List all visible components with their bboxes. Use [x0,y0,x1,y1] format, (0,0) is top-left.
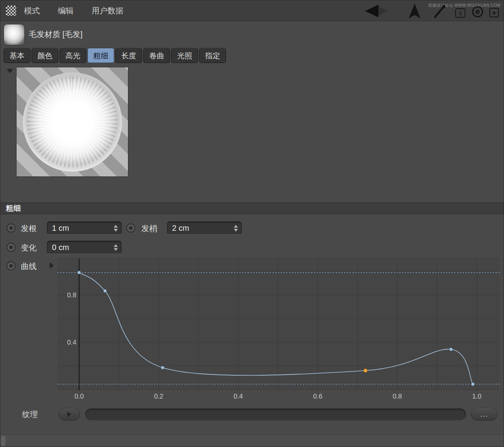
root-label: 发根 [21,221,37,236]
texture-path-field[interactable] [85,408,466,420]
animation-dot-variation[interactable] [6,243,16,252]
animation-dot-tip[interactable] [126,223,135,233]
menu-mode[interactable]: 模式 [24,6,40,16]
curve-point[interactable] [471,382,475,386]
texture-label: 纹理 [22,408,38,421]
menu-bar: 模式 编辑 用户数据 思缘设计论坛 WWW.MISSYUAN.COM 1 + [0,0,504,21]
menu-edit[interactable]: 编辑 [58,6,74,16]
svg-text:0.4: 0.4 [233,393,243,400]
preview-collapse-icon[interactable] [7,69,13,73]
tab-basic[interactable]: 基本 [4,48,30,63]
curve-expander-icon[interactable] [50,262,54,269]
svg-text:1.0: 1.0 [472,393,482,400]
curve-point[interactable] [78,271,81,275]
section-title: 粗细 [6,204,21,212]
footer-strip [0,434,504,447]
animation-dot-root[interactable] [6,223,16,233]
pick-tool-icon[interactable] [432,4,448,19]
curve-point[interactable] [161,366,165,369]
triangle-right-icon [67,412,71,417]
animation-dot-curve[interactable] [6,261,16,271]
frame-badge: 1 [459,10,461,16]
curve-point[interactable] [449,348,453,351]
menu-user-data[interactable]: 用户数据 [92,6,123,16]
curve-chart[interactable]: 0.00.20.40.60.81.00.80.4 [0,254,504,404]
curve-label: 曲线 [21,259,37,274]
tab-thickness[interactable]: 粗细 [87,48,114,63]
texture-browse-button[interactable]: ... [471,408,497,421]
tab-illumination[interactable]: 光照 [171,48,198,63]
tab-curl[interactable]: 卷曲 [143,48,170,63]
variation-stepper-icon[interactable] [114,244,118,251]
tip-label: 发梢 [141,221,157,236]
scrollbar-thumb[interactable] [1,436,6,446]
history-forward-icon[interactable] [378,6,389,16]
material-title: 毛发材质 [毛发] [29,24,83,45]
tip-input[interactable]: 2 cm [167,221,242,235]
hair-ball-preview [23,72,122,172]
texture-expand-button[interactable] [59,408,80,421]
tab-specular[interactable]: 高光 [59,48,86,63]
section-header: 粗细 [0,202,504,214]
tab-assign[interactable]: 指定 [199,48,226,63]
frame-icon[interactable]: 1 [455,8,465,18]
svg-text:0.0: 0.0 [74,393,84,400]
curve-point-selected[interactable] [363,369,367,373]
target-rings-icon[interactable] [472,6,483,17]
curve-point[interactable] [103,289,107,293]
material-preview-thumbnail[interactable] [4,24,25,45]
tab-color[interactable]: 颜色 [32,48,58,63]
material-editor-window: 模式 编辑 用户数据 思缘设计论坛 WWW.MISSYUAN.COM 1 + 毛… [0,0,504,447]
svg-text:0.2: 0.2 [154,393,163,400]
svg-text:0.4: 0.4 [67,339,76,346]
tab-bar: 基本 颜色 高光 粗细 长度 卷曲 光照 指定 [4,48,226,63]
svg-text:0.6: 0.6 [313,393,322,400]
menu-items: 模式 编辑 用户数据 [24,0,123,21]
root-stepper-icon[interactable] [114,225,118,232]
material-checker-icon[interactable] [6,6,16,16]
tip-value: 2 cm [167,224,234,233]
variation-label: 变化 [21,240,37,255]
svg-text:0.8: 0.8 [67,291,76,299]
tip-stepper-icon[interactable] [234,225,238,232]
add-icon[interactable]: + [489,8,499,17]
variation-input[interactable]: 0 cm [47,241,122,254]
arrow-up-cursor-icon[interactable] [407,3,422,20]
svg-text:0.8: 0.8 [393,393,402,400]
root-value: 1 cm [47,224,114,233]
texture-preview[interactable] [16,67,128,177]
root-input[interactable]: 1 cm [47,221,122,235]
variation-value: 0 cm [47,243,114,252]
history-back-icon[interactable] [365,5,378,17]
tab-length[interactable]: 长度 [115,48,142,63]
